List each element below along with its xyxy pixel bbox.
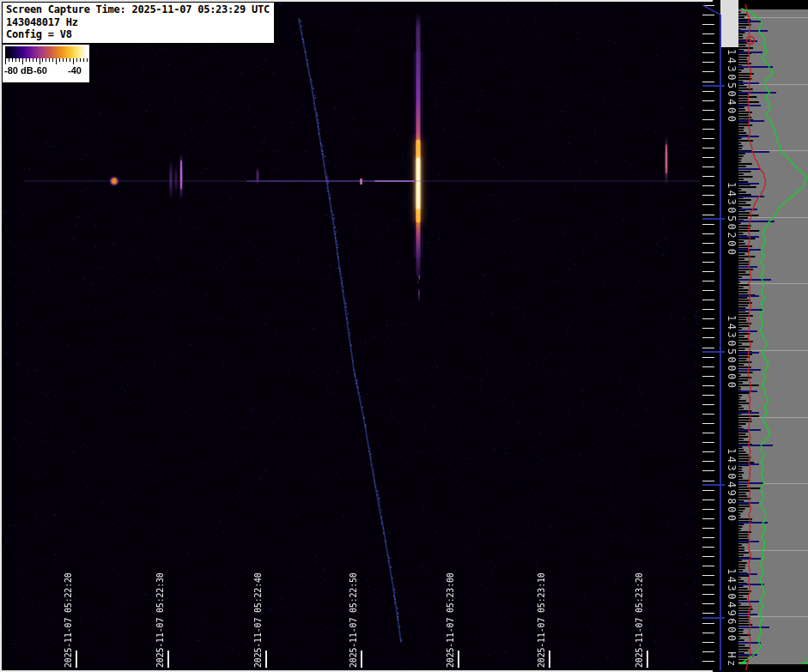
colorbar-tick (22, 58, 23, 64)
frequency-axis-ruler (702, 0, 738, 672)
colorbar-tick (83, 58, 84, 62)
colorbar-tick (66, 58, 67, 62)
waterfall-canvas (2, 2, 701, 670)
colorbar-label-max: -40 (68, 65, 82, 76)
colorbar-tick (5, 58, 6, 64)
colorbar-tick (80, 58, 81, 62)
colorbar-tick (76, 58, 77, 62)
capture-info-box: Screen Capture Time: 2025-11-07 05:23:29… (2, 2, 275, 44)
db-colorbar: -80 dB -60 -40 (3, 45, 89, 82)
colorbar-label-min: -80 dB (4, 65, 33, 76)
colorbar-tick (70, 58, 70, 62)
colorbar-tick (56, 58, 57, 64)
colorbar-tick (29, 58, 30, 62)
frame-border-left (0, 0, 2, 672)
colorbar-tick (12, 58, 13, 62)
frequency-text: 143048017 Hz (6, 16, 270, 29)
colorbar-label-mid: -60 (33, 65, 47, 76)
colorbar-tick (39, 58, 40, 64)
colorbar-tick (49, 58, 50, 62)
colorbar-tick (15, 58, 16, 62)
colorbar-gradient (5, 46, 87, 58)
colorbar-tick (63, 58, 64, 62)
colorbar-tick (46, 58, 46, 62)
colorbar-tick (87, 58, 88, 62)
colorbar-tick (19, 58, 20, 62)
colorbar-tick (42, 58, 43, 62)
spectrogram-display: Screen Capture Time: 2025-11-07 05:23:29… (0, 0, 808, 672)
spectrum-panel-canvas (738, 0, 808, 672)
colorbar-tick (36, 58, 37, 62)
colorbar-tick (52, 58, 53, 62)
colorbar-tick (9, 58, 9, 62)
colorbar-tick (26, 58, 27, 62)
config-text: Config = V8 (6, 28, 270, 41)
colorbar-tick (33, 58, 33, 62)
capture-time-text: Screen Capture Time: 2025-11-07 05:23:29… (6, 3, 270, 16)
colorbar-tick (73, 58, 74, 64)
colorbar-tick (59, 58, 60, 62)
colorbar-scale-ticks (5, 58, 87, 65)
